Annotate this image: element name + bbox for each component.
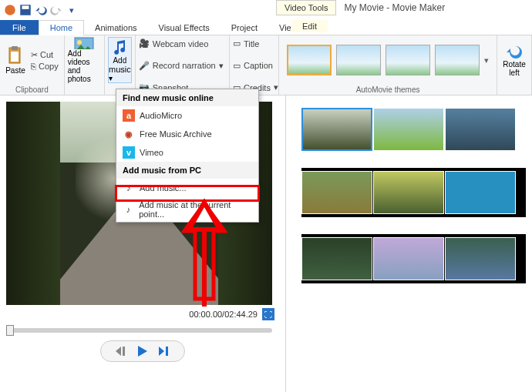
playback-controls [100, 340, 185, 362]
save-icon[interactable] [19, 3, 32, 17]
fma-label: Free Music Archive [140, 129, 212, 139]
copy-button[interactable]: ⎘Copy [31, 62, 59, 71]
tab-visual-effects[interactable]: Visual Effects [148, 20, 221, 35]
clip-3[interactable] [445, 108, 516, 151]
contextual-tab-label: Video Tools [276, 0, 336, 15]
play-button[interactable] [132, 343, 153, 359]
photo-icon [74, 37, 94, 49]
clip-4[interactable] [301, 171, 372, 214]
add-videos-label2: and photos [68, 66, 101, 83]
theme-thumb-1[interactable] [287, 45, 332, 75]
next-frame-button[interactable] [153, 343, 175, 359]
themes-more-icon[interactable]: ▾ [484, 55, 489, 65]
cut-label: Cut [40, 50, 53, 59]
add-videos-label1: Add videos [68, 49, 101, 66]
audiomicro-label: AudioMicro [140, 111, 182, 120]
webcam-video-button[interactable]: 🎥Webcam video [139, 39, 226, 49]
dropdown-header-online: Find new music online [116, 89, 258, 106]
quick-access-toolbar: ▾ [3, 3, 79, 17]
content-area: 00:00.00/02:44.29 ⛶ [0, 95, 532, 392]
rotate-left-icon [505, 43, 524, 60]
title-icon: ▭ [233, 39, 241, 49]
add-music-label: Add music... [140, 183, 187, 193]
clip-2[interactable] [373, 108, 444, 151]
music-label1: Add [113, 56, 126, 65]
vimeo-label: Vimeo [140, 148, 163, 157]
window-title: My Movie - Movie Maker [336, 0, 453, 15]
dropdown-item-audiomicro[interactable]: aAudioMicro [116, 106, 258, 125]
music-label2: music ▾ [109, 65, 131, 82]
caption-button[interactable]: ▭Caption [233, 61, 275, 71]
clip-8[interactable] [373, 237, 444, 280]
theme-thumb-4[interactable] [435, 45, 480, 75]
record-narration-button[interactable]: 🎤Record narration ▾ [139, 61, 226, 71]
group-titles: ▭Title ▭Caption ▭Credits ▾ [230, 35, 279, 95]
dropdown-item-vimeo[interactable]: vVimeo [116, 143, 258, 162]
timecode-row: 00:00.00/02:44.29 ⛶ [6, 305, 279, 323]
clip-6[interactable] [445, 171, 516, 214]
webcam-label: Webcam video [153, 39, 209, 49]
cut-button[interactable]: ✂Cut [31, 50, 59, 60]
group-clipboard: Paste ✂Cut ⎘Copy Clipboard [0, 35, 65, 95]
add-music-dropdown: Find new music online aAudioMicro ◉Free … [116, 89, 259, 223]
tab-file[interactable]: File [0, 20, 39, 35]
caption-icon: ▭ [233, 61, 241, 71]
tab-home[interactable]: Home [39, 20, 84, 35]
add-videos-photos-button[interactable]: Add videos and photos [68, 37, 101, 83]
clip-row-2 [301, 168, 526, 217]
dropdown-header-pc: Add music from PC [116, 162, 258, 179]
undo-icon[interactable] [34, 3, 48, 17]
paste-icon [7, 46, 24, 65]
rotate-left-button[interactable]: Rotate left [500, 37, 528, 83]
group-record: 🎥Webcam video 🎤Record narration ▾ 📷Snaps… [136, 35, 230, 95]
ribbon: Paste ✂Cut ⎘Copy Clipboard Add videos an… [0, 35, 532, 95]
themes-group-label: AutoMovie themes [282, 85, 493, 95]
seek-thumb[interactable] [6, 325, 14, 336]
title-button[interactable]: ▭Title [233, 39, 275, 49]
music-note-icon: ♪ [123, 182, 135, 194]
theme-thumb-2[interactable] [336, 45, 381, 75]
fma-icon: ◉ [123, 128, 135, 140]
svg-rect-2 [22, 5, 29, 9]
redo-icon[interactable] [49, 3, 63, 17]
prev-frame-button[interactable] [110, 343, 132, 359]
clipboard-group-label: Clipboard [3, 85, 61, 95]
group-music: Add music ▾ [105, 35, 136, 95]
svg-point-7 [77, 40, 82, 45]
group-rotate: Rotate left [497, 35, 532, 95]
rotate-label2: left [509, 69, 519, 77]
qat-more-icon[interactable]: ▾ [65, 3, 79, 17]
add-music-at-point-label: Add music at the current point... [139, 200, 252, 219]
paste-button[interactable]: Paste [3, 37, 28, 83]
app-icon[interactable] [3, 3, 17, 17]
theme-thumb-3[interactable] [386, 45, 430, 75]
tab-project[interactable]: Project [221, 20, 268, 35]
narration-label: Record narration [153, 61, 216, 70]
scissors-icon: ✂ [31, 50, 38, 60]
dropdown-item-add-music-at-point[interactable]: ♪Add music at the current point... [116, 197, 258, 222]
music-note-icon: ♪ [123, 203, 134, 216]
svg-rect-4 [12, 46, 18, 50]
window-title-area: Video Tools My Movie - Movie Maker [276, 0, 453, 15]
music-note-icon [111, 39, 128, 56]
dropdown-item-fma[interactable]: ◉Free Music Archive [116, 125, 258, 143]
timecode-text: 00:00.00/02:44.29 [189, 310, 258, 319]
tab-animations[interactable]: Animations [84, 20, 147, 35]
clip-9[interactable] [445, 237, 516, 280]
group-add: Add videos and photos [65, 35, 105, 95]
tab-edit[interactable]: Edit [291, 20, 328, 32]
add-music-button[interactable]: Add music ▾ [108, 37, 132, 83]
seek-slider[interactable] [6, 328, 272, 333]
vimeo-icon: v [123, 146, 135, 159]
clip-1[interactable] [301, 108, 372, 151]
copy-label: Copy [39, 62, 59, 71]
clip-5[interactable] [373, 171, 444, 214]
storyboard-pane [285, 95, 532, 392]
copy-icon: ⎘ [31, 62, 36, 71]
dropdown-item-add-music[interactable]: ♪Add music... [116, 179, 258, 197]
mic-icon: 🎤 [139, 61, 150, 71]
rotate-label1: Rotate [503, 60, 525, 69]
fullscreen-icon[interactable]: ⛶ [262, 308, 274, 320]
audiomicro-icon: a [123, 109, 135, 122]
clip-7[interactable] [301, 237, 372, 280]
